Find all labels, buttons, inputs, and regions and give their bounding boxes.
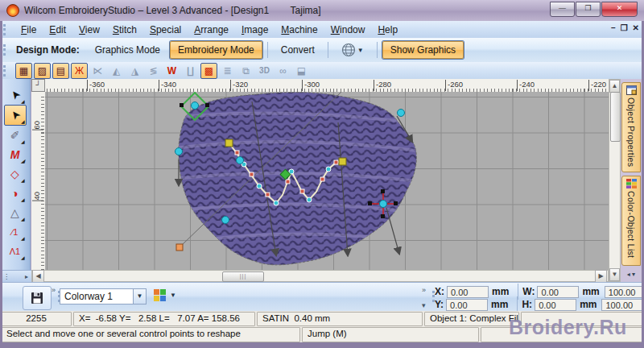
menu-view[interactable]: View [72,23,106,37]
floppy-disk-icon [31,292,43,304]
convert-button[interactable]: Convert [273,41,323,59]
window-title: Wilcom EmbroideryStudio – Level 3 Advanc… [24,5,321,16]
menu-help[interactable]: Help [371,23,404,37]
horizontal-ruler[interactable]: -360 -340 -320 -300 -280 -260 -240 -220 [45,79,609,93]
3d-effect-icon[interactable]: 3D [256,63,273,79]
w-input[interactable]: 0.00 [537,286,579,298]
colorway-editor-button[interactable]: ▼ [153,288,176,302]
embroidery-object[interactable] [45,92,609,270]
x-unit: mm [492,286,509,297]
closed-shape-tool[interactable]: ◇◢ [5,164,26,184]
minimize-button[interactable]: — [550,2,575,17]
select-tool[interactable]: ➤◢ [5,85,26,105]
scale-w-input[interactable]: 100.00 [605,286,644,298]
ellipse-tool[interactable]: ◑◢ [5,184,26,203]
globe-icon [341,43,356,57]
scroll-up-icon[interactable]: ▲ [609,80,620,93]
menu-edit[interactable]: Edit [43,23,72,37]
scroll-left-icon[interactable]: ◀ [32,270,44,283]
vertical-ruler[interactable]: 60 40 [31,92,46,270]
ruler-tick: -280 [374,80,391,91]
fancy-fill-icon[interactable]: Ж [71,63,88,79]
program-split-icon[interactable]: ≣ [219,63,236,79]
contour-icon[interactable]: ⋉ [89,63,106,79]
design-mode-toolbar: Design Mode: Graphics Mode Embroidery Mo… [0,38,644,63]
toolbox-overflow[interactable]: ⋮ ▸ [0,270,31,282]
window-border-bottom [0,342,644,348]
toolbar-grip[interactable] [3,24,10,35]
complex-fill-tool[interactable]: △◢ [5,203,26,222]
scale-h-input[interactable]: 100.00 [601,299,643,311]
overflow-more-icon[interactable]: ▾ [422,301,426,309]
trueview-icon[interactable]: ∞ [275,63,291,79]
selected-object-info: Object 1: Complex Fill [424,312,519,326]
overflow-chevron-icon[interactable]: » [422,286,426,294]
menu-window[interactable]: Window [324,23,372,37]
menu-file[interactable]: File [14,23,43,37]
zigzag-icon[interactable]: ≶ [145,63,162,79]
horizontal-scroll-thumb[interactable]: ||| [222,271,264,282]
closed-line-tool[interactable]: Λ1◢ [5,242,26,261]
tab-scroll-arrows[interactable]: ◂ ▾ [627,271,635,278]
freehand-embroidery-tool[interactable]: M◢ [5,145,26,164]
show-graphics-button[interactable]: Show Graphics [382,41,464,59]
x-input[interactable]: 0.00 [447,286,489,298]
hint-text: Select and move one or several control p… [1,327,300,342]
motif-fill-icon[interactable]: ▤ [52,63,69,79]
overflow-arrow-icon: ▸ [25,273,28,280]
hoop-icon[interactable]: ⬓ [293,63,310,79]
reshape-tool[interactable]: ➤◢ [4,105,27,126]
pattern-fill-icon[interactable]: ▩ [200,63,217,79]
position-row-x: X: 0.00 mm W: 0.00 mm 100.00 % [435,285,644,298]
colorway-select[interactable]: Colorway 1 ▼ [60,288,147,304]
fill-stitch-icon[interactable]: ▦ [15,63,32,79]
run-stitch-icon[interactable]: ∐ [182,63,199,79]
save-colorway-button[interactable] [23,286,52,310]
vertical-scrollbar[interactable]: ▲ ▼ [609,79,621,282]
texture-icon[interactable]: ⧉ [237,63,254,79]
app-flame-icon [6,4,19,17]
title-bar[interactable]: Wilcom EmbroideryStudio – Level 3 Advanc… [0,0,644,21]
menu-arrange[interactable]: Arrange [188,23,235,37]
horizontal-scrollbar[interactable]: ◀ ||| ▶ [31,270,609,282]
tab-color-object-list[interactable]: Color-Object List [621,176,641,266]
overflow-chevron-icon[interactable]: » [52,286,56,294]
hoop-globe-button[interactable]: ▼ [333,39,372,60]
satin-a-icon[interactable]: ◭ [108,63,125,79]
y-input[interactable]: 0.00 [446,299,488,311]
menu-machine[interactable]: Machine [275,23,324,37]
dropdown-arrow-icon[interactable]: ▼ [133,289,146,304]
graphics-mode-button[interactable]: Graphics Mode [87,41,168,59]
application-window: Wilcom EmbroideryStudio – Level 3 Advanc… [0,0,644,348]
design-mode-label: Design Mode: [16,44,80,56]
knife-tool[interactable]: ✐◢ [5,126,26,145]
toolbar-grip[interactable] [3,44,10,56]
mdi-restore-button[interactable]: ❐ [621,23,628,32]
position-row-y: Y: 0.00 mm H: 0.00 mm 100.00 % [435,298,644,311]
menu-image[interactable]: Image [235,23,275,37]
close-button[interactable]: ✕ [601,2,638,17]
embroidery-mode-button[interactable]: Embroidery Mode [170,41,262,59]
stemstitch-icon[interactable]: W [163,63,180,79]
overflow-dots-icon: ⋮ [3,273,10,280]
menu-stitch[interactable]: Stitch [106,23,143,37]
design-canvas[interactable] [45,92,609,270]
separator [267,42,268,58]
toolbar-grip[interactable] [3,65,10,77]
tatami-fill-icon[interactable]: ▨ [34,63,51,79]
scroll-right-icon[interactable]: ▶ [595,270,607,283]
current-stitch-type: SATIN 0.40 mm [257,312,423,326]
vertical-scroll-thumb[interactable] [610,92,621,142]
satin-b-icon[interactable]: ◮ [126,63,143,79]
tab-object-properties[interactable]: Object Properties [621,82,641,172]
open-line-tool[interactable]: ∕1◢ [5,222,26,242]
ruler-origin-button[interactable]: ┘ [31,79,45,92]
maximize-button[interactable]: ❐ [576,2,601,17]
w-unit: mm [582,286,599,297]
mdi-minimize-button[interactable]: – [611,23,616,32]
mdi-close-button[interactable]: ✕ [633,23,639,32]
toolbox: ➤◢ ➤◢ ✐◢ M◢ ◇◢ ◑◢ △◢ ∕1◢ Λ1◢ [0,79,31,270]
scroll-down-icon[interactable]: ▼ [609,268,620,281]
menu-special[interactable]: Special [143,23,188,37]
h-input[interactable]: 0.00 [535,299,576,311]
